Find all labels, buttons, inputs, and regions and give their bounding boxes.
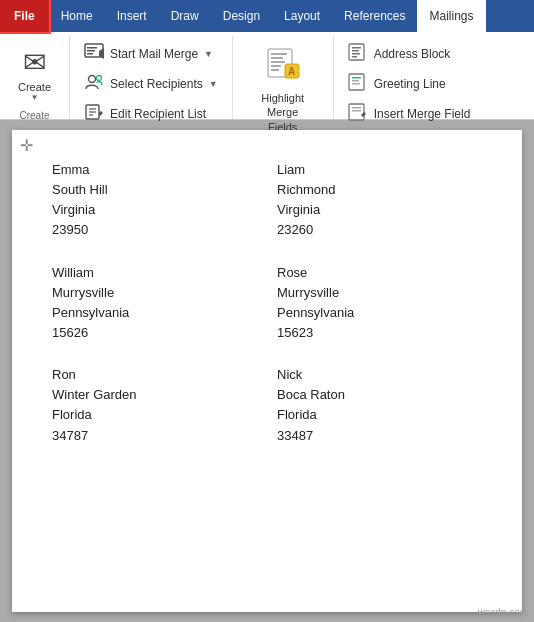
svg-rect-12 [271, 53, 287, 55]
tab-design[interactable]: Design [211, 0, 272, 32]
person-william-zip: 15626 [52, 323, 257, 343]
highlight-merge-fields-label: HighlightMerge Fields [253, 91, 313, 134]
greeting-line-button[interactable]: Greeting Line [342, 70, 477, 98]
svg-rect-27 [352, 83, 360, 85]
tab-references[interactable]: References [332, 0, 417, 32]
tab-file-label: File [14, 9, 35, 23]
svg-rect-21 [352, 50, 359, 52]
insert-merge-field-label: Insert Merge Field [374, 107, 471, 121]
tab-home-label: Home [61, 9, 93, 23]
create-label: Create [18, 81, 51, 93]
tab-home[interactable]: Home [49, 0, 105, 32]
address-block-button[interactable]: Address Block [342, 40, 477, 68]
svg-rect-30 [352, 110, 361, 112]
person-liam-state: Virginia [277, 200, 482, 220]
write-insert-btns: Address Block Greeting Line [342, 40, 477, 128]
create-button[interactable]: ✉ Create ▼ [8, 40, 61, 108]
start-mail-merge-arrow: ▼ [204, 49, 213, 59]
svg-rect-1 [87, 47, 97, 49]
person-rose: Rose Murrysville Pennsylvania 15623 [277, 263, 482, 344]
svg-rect-25 [352, 77, 361, 79]
svg-rect-14 [271, 61, 285, 63]
person-rose-zip: 15623 [277, 323, 482, 343]
ribbon-group-create: ✉ Create ▼ Create [0, 36, 70, 119]
edit-recipient-list-button[interactable]: Edit Recipient List [78, 100, 224, 128]
greeting-line-icon [348, 73, 368, 95]
person-william-city: Murrysville [52, 283, 257, 303]
person-ron-state: Florida [52, 405, 257, 425]
address-block-icon [348, 43, 368, 65]
greeting-line-label: Greeting Line [374, 77, 446, 91]
select-recipients-arrow: ▼ [209, 79, 218, 89]
person-liam-city: Richmond [277, 180, 482, 200]
move-handle[interactable]: ✛ [20, 138, 33, 154]
svg-rect-20 [352, 47, 361, 49]
document-area: ✛ Emma South Hill Virginia 23950 William… [0, 120, 534, 622]
svg-rect-28 [349, 104, 364, 120]
person-william-name: William [52, 263, 257, 283]
tab-design-label: Design [223, 9, 260, 23]
ribbon-tabs: File Home Insert Draw Design Layout Refe… [0, 0, 534, 32]
edit-recipient-list-icon [84, 103, 104, 125]
ribbon-group-highlight: A HighlightMerge Fields [233, 36, 334, 119]
svg-rect-2 [87, 50, 95, 52]
person-emma-state: Virginia [52, 200, 257, 220]
tab-mailings[interactable]: Mailings [417, 0, 485, 32]
tab-draw-label: Draw [171, 9, 199, 23]
person-nick-name: Nick [277, 365, 482, 385]
person-nick-city: Boca Raton [277, 385, 482, 405]
svg-rect-15 [271, 65, 281, 67]
svg-rect-29 [352, 107, 361, 109]
right-column: Liam Richmond Virginia 23260 Rose Murrys… [277, 160, 482, 468]
start-mail-merge-btns: Start Mail Merge ▼ Select Recipients ▼ [78, 40, 224, 128]
tab-references-label: References [344, 9, 405, 23]
watermark: wsxdn.com [478, 607, 528, 618]
svg-rect-23 [352, 56, 357, 58]
person-emma-name: Emma [52, 160, 257, 180]
svg-rect-24 [349, 74, 364, 90]
person-william: William Murrysville Pennsylvania 15626 [52, 263, 257, 344]
address-block-label: Address Block [374, 47, 451, 61]
insert-merge-field-button[interactable]: Insert Merge Field [342, 100, 477, 128]
person-emma-zip: 23950 [52, 220, 257, 240]
tab-layout-label: Layout [284, 9, 320, 23]
person-nick: Nick Boca Raton Florida 33487 [277, 365, 482, 446]
start-mail-merge-icon [84, 43, 104, 65]
select-recipients-label: Select Recipients [110, 77, 203, 91]
tab-mailings-label: Mailings [429, 9, 473, 23]
create-icon: ✉ [23, 46, 46, 79]
insert-merge-field-icon [348, 103, 368, 125]
svg-rect-26 [352, 80, 359, 82]
ribbon-group-write-insert: Address Block Greeting Line [334, 36, 485, 119]
left-column: Emma South Hill Virginia 23950 William M… [52, 160, 257, 468]
person-rose-name: Rose [277, 263, 482, 283]
person-ron-zip: 34787 [52, 426, 257, 446]
select-recipients-button[interactable]: Select Recipients ▼ [78, 70, 224, 98]
person-ron: Ron Winter Garden Florida 34787 [52, 365, 257, 446]
start-mail-merge-button[interactable]: Start Mail Merge ▼ [78, 40, 224, 68]
select-recipients-icon [84, 73, 104, 95]
svg-rect-19 [349, 44, 364, 60]
svg-point-5 [89, 76, 96, 83]
create-group-label: Create [8, 108, 61, 125]
tab-layout[interactable]: Layout [272, 0, 332, 32]
person-ron-name: Ron [52, 365, 257, 385]
tab-file[interactable]: File [0, 0, 49, 32]
person-rose-state: Pennsylvania [277, 303, 482, 323]
person-liam-name: Liam [277, 160, 482, 180]
start-mail-merge-label: Start Mail Merge [110, 47, 198, 61]
person-william-state: Pennsylvania [52, 303, 257, 323]
person-emma-city: South Hill [52, 180, 257, 200]
person-liam-zip: 23260 [277, 220, 482, 240]
person-nick-state: Florida [277, 405, 482, 425]
tab-insert-label: Insert [117, 9, 147, 23]
svg-rect-13 [271, 57, 283, 59]
svg-point-6 [97, 76, 102, 81]
person-rose-city: Murrysville [277, 283, 482, 303]
ribbon-body: ✉ Create ▼ Create [0, 32, 534, 120]
highlight-merge-fields-button[interactable]: A HighlightMerge Fields [241, 40, 325, 140]
tab-draw[interactable]: Draw [159, 0, 211, 32]
tab-insert[interactable]: Insert [105, 0, 159, 32]
svg-text:A: A [288, 66, 295, 77]
person-emma: Emma South Hill Virginia 23950 [52, 160, 257, 241]
